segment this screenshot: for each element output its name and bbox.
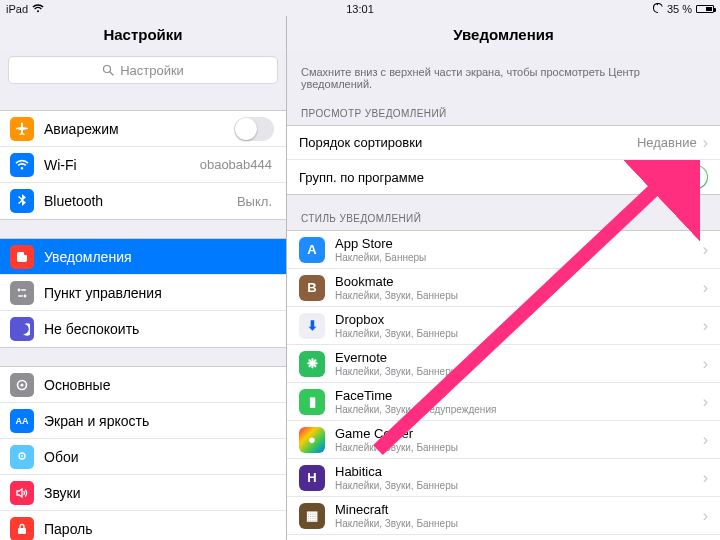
appstore-icon: A (299, 237, 325, 263)
chevron-right-icon: › (703, 431, 708, 449)
section-header-style: СТИЛЬ УВЕДОМЛЕНИЙ (287, 195, 720, 230)
app-detail: Наклейки, Звуки, Баннеры (335, 366, 703, 377)
control-center-icon (10, 281, 34, 305)
svg-point-6 (24, 294, 27, 297)
app-row-habitica[interactable]: HHabiticaНаклейки, Звуки, Баннеры› (287, 459, 720, 497)
app-detail: Наклейки, Звуки, Баннеры (335, 290, 703, 301)
chevron-right-icon: › (703, 507, 708, 525)
navbar: Настройки Уведомления (0, 16, 720, 52)
nav-title-right: Уведомления (287, 16, 720, 52)
sidebar-item-passcode[interactable]: Пароль (0, 511, 286, 540)
clock: 13:01 (346, 3, 374, 15)
search-icon (102, 64, 114, 76)
sidebar-item-label: Wi-Fi (44, 157, 200, 173)
sidebar-item-airplane[interactable]: Авиарежим (0, 111, 286, 147)
dropbox-icon: ⬇ (299, 313, 325, 339)
app-row-peerstv[interactable]: ▶Peers.TVНаклейки, Звуки, Баннеры› (287, 535, 720, 540)
sidebar-item-dnd[interactable]: Не беспокоить (0, 311, 286, 347)
display-icon: AA (10, 409, 34, 433)
svg-rect-7 (18, 295, 23, 296)
cell-group-by-app[interactable]: Групп. по программе (287, 160, 720, 194)
airplane-toggle[interactable] (234, 117, 274, 141)
sidebar-item-control-center[interactable]: Пункт управления (0, 275, 286, 311)
device-label: iPad (6, 3, 28, 15)
gear-icon (10, 373, 34, 397)
status-bar: iPad 13:01 35 % (0, 0, 720, 16)
app-name: Habitica (335, 464, 703, 479)
moon-icon (10, 317, 34, 341)
app-row-appstore[interactable]: AApp StoreНаклейки, Баннеры› (287, 231, 720, 269)
svg-point-3 (24, 250, 29, 255)
app-name: App Store (335, 236, 703, 251)
sidebar-item-label: Bluetooth (44, 193, 237, 209)
facetime-icon: ▮ (299, 389, 325, 415)
hint-text: Смахните вниз с верхней части экрана, чт… (287, 52, 720, 90)
habitica-icon: H (299, 465, 325, 491)
chevron-right-icon: › (703, 279, 708, 297)
view-settings-list: Порядок сортировки Недавние › Групп. по … (287, 125, 720, 195)
cell-sort-order[interactable]: Порядок сортировки Недавние › (287, 126, 720, 160)
rotation-lock-icon (653, 3, 663, 15)
svg-point-11 (21, 455, 23, 457)
section-header-view: ПРОСМОТР УВЕДОМЛЕНИЙ (287, 90, 720, 125)
bluetooth-icon (10, 189, 34, 213)
svg-point-0 (104, 66, 111, 73)
app-row-bookmate[interactable]: BBookmateНаклейки, Звуки, Баннеры› (287, 269, 720, 307)
sidebar-group-alerts: Уведомления Пункт управления Не беспокои… (0, 238, 286, 348)
sidebar-item-label: Уведомления (44, 249, 274, 265)
bookmate-icon: B (299, 275, 325, 301)
app-name: Evernote (335, 350, 703, 365)
app-row-minecraft[interactable]: ▦MinecraftНаклейки, Звуки, Баннеры› (287, 497, 720, 535)
sidebar-item-sounds[interactable]: Звуки (0, 475, 286, 511)
nav-title-left: Настройки (0, 16, 287, 52)
sidebar-item-general[interactable]: Основные (0, 367, 286, 403)
app-detail: Наклейки, Звуки, Баннеры (335, 518, 703, 529)
sidebar-item-label: Основные (44, 377, 274, 393)
chevron-right-icon: › (703, 355, 708, 373)
chevron-right-icon: › (703, 317, 708, 335)
sort-value: Недавние (637, 135, 697, 150)
svg-line-1 (110, 72, 113, 75)
chevron-right-icon: › (703, 241, 708, 259)
cell-label: Порядок сортировки (299, 135, 637, 150)
sidebar-item-label: Пароль (44, 521, 274, 537)
chevron-right-icon: › (703, 393, 708, 411)
app-row-dropbox[interactable]: ⬇DropboxНаклейки, Звуки, Баннеры› (287, 307, 720, 345)
notifications-icon (10, 245, 34, 269)
sidebar-item-notifications[interactable]: Уведомления (0, 239, 286, 275)
search-placeholder: Настройки (120, 63, 184, 78)
wallpaper-icon (10, 445, 34, 469)
app-detail: Наклейки, Баннеры (335, 252, 703, 263)
app-name: Bookmate (335, 274, 703, 289)
group-by-app-toggle[interactable] (668, 165, 708, 189)
sidebar-item-wifi[interactable]: Wi-Fi obaobab444 (0, 147, 286, 183)
sidebar-item-bluetooth[interactable]: Bluetooth Выкл. (0, 183, 286, 219)
sidebar-item-label: Авиарежим (44, 121, 234, 137)
sidebar-item-display[interactable]: AA Экран и яркость (0, 403, 286, 439)
bluetooth-value: Выкл. (237, 194, 272, 209)
airplane-icon (10, 117, 34, 141)
svg-rect-5 (21, 289, 26, 290)
minecraft-icon: ▦ (299, 503, 325, 529)
sidebar-item-label: Обои (44, 449, 274, 465)
app-row-evernote[interactable]: ❋EvernoteНаклейки, Звуки, Баннеры› (287, 345, 720, 383)
sidebar-item-label: Звуки (44, 485, 274, 501)
svg-rect-12 (18, 528, 26, 534)
svg-point-4 (18, 288, 21, 291)
svg-point-9 (20, 383, 23, 386)
app-row-facetime[interactable]: ▮FaceTimeНаклейки, Звуки, Предупреждения… (287, 383, 720, 421)
search-input[interactable]: Настройки (8, 56, 278, 84)
app-detail: Наклейки, Звуки, Предупреждения (335, 404, 703, 415)
app-row-gamecenter[interactable]: ●Game CenterНаклейки, Звуки, Баннеры› (287, 421, 720, 459)
app-name: Dropbox (335, 312, 703, 327)
app-detail: Наклейки, Звуки, Баннеры (335, 442, 703, 453)
sounds-icon (10, 481, 34, 505)
lock-icon (10, 517, 34, 541)
detail-pane: Смахните вниз с верхней части экрана, чт… (287, 52, 720, 540)
wifi-icon (32, 4, 44, 13)
sidebar-item-wallpaper[interactable]: Обои (0, 439, 286, 475)
sidebar-group-connectivity: Авиарежим Wi-Fi obaobab444 Bluetooth Вык… (0, 110, 286, 220)
wifi-value: obaobab444 (200, 157, 272, 172)
cell-label: Групп. по программе (299, 170, 668, 185)
sidebar-item-label: Не беспокоить (44, 321, 274, 337)
